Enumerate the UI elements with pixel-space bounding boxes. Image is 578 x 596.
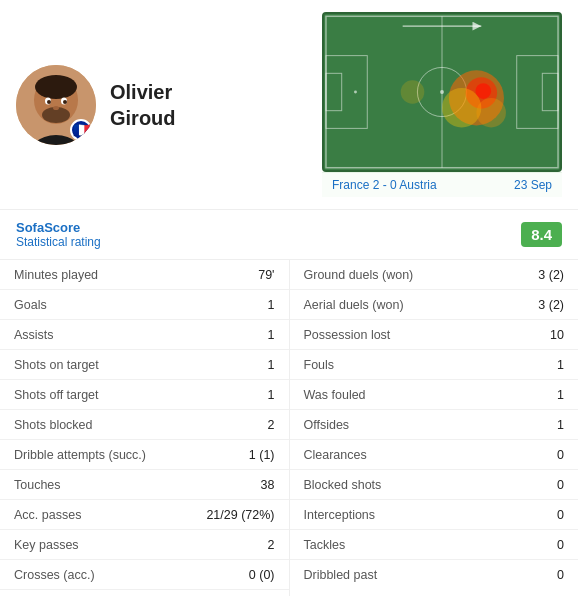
right-stat-row: Offsides 1 (290, 410, 579, 440)
left-stat-row: Shots blocked 2 (0, 410, 289, 440)
stat-value: 3 (2) (538, 268, 564, 282)
flag-badge: 🇫🇷 (70, 119, 92, 141)
stat-label: Key passes (14, 538, 79, 552)
left-stat-row: Crosses (acc.) 0 (0) (0, 560, 289, 590)
stat-label: Blocked shots (304, 478, 382, 492)
avatar: 🇫🇷 (16, 65, 96, 145)
right-stat-row: Fouls 1 (290, 350, 579, 380)
stat-label: Touches (14, 478, 61, 492)
right-stat-row: Clearances 0 (290, 440, 579, 470)
svg-point-25 (401, 80, 425, 104)
match-info: France 2 - 0 Austria 23 Sep (322, 172, 562, 197)
stat-label: Crosses (acc.) (14, 568, 95, 582)
stat-label: Fouls (304, 358, 335, 372)
stat-value: 0 (0) (249, 568, 275, 582)
left-stat-row: Long balls (acc.) 0 (0) (0, 590, 289, 596)
heatmap (322, 12, 562, 172)
stat-label: Acc. passes (14, 508, 81, 522)
stat-value: 79' (258, 268, 274, 282)
stat-value: 1 (268, 388, 275, 402)
svg-rect-14 (326, 56, 367, 129)
stat-label: Dribble attempts (succ.) (14, 448, 146, 462)
stat-value: 1 (268, 298, 275, 312)
stat-value: 1 (557, 418, 564, 432)
left-stat-row: Assists 1 (0, 320, 289, 350)
left-stat-row: Shots on target 1 (0, 350, 289, 380)
left-stat-row: Dribble attempts (succ.) 1 (1) (0, 440, 289, 470)
right-stat-row: Blocked shots 0 (290, 470, 579, 500)
field-lines-svg (324, 14, 560, 170)
left-stat-row: Touches 38 (0, 470, 289, 500)
stat-value: 0 (557, 478, 564, 492)
stat-value: 2 (268, 538, 275, 552)
stat-label: Possession lost (304, 328, 391, 342)
stat-label: Ground duels (won) (304, 268, 414, 282)
left-stat-row: Minutes played 79' (0, 260, 289, 290)
stat-label: Tackles (304, 538, 346, 552)
stats-container: Minutes played 79' Goals 1 Assists 1 Sho… (0, 260, 578, 596)
svg-point-3 (35, 75, 77, 99)
svg-rect-18 (542, 73, 558, 110)
svg-rect-17 (517, 56, 558, 129)
stat-label: Was fouled (304, 388, 366, 402)
match-result: France 2 - 0 Austria (332, 178, 437, 192)
rating-label: SofaScore Statistical rating (16, 220, 101, 249)
right-stat-row: Ground duels (won) 3 (2) (290, 260, 579, 290)
svg-point-8 (63, 100, 67, 104)
left-stat-row: Goals 1 (0, 290, 289, 320)
right-stat-row: Aerial duels (won) 3 (2) (290, 290, 579, 320)
right-stat-row: Possession lost 10 (290, 320, 579, 350)
stat-label: Offsides (304, 418, 350, 432)
match-date: 23 Sep (514, 178, 552, 192)
svg-point-23 (442, 88, 481, 127)
stat-label: Dribbled past (304, 568, 378, 582)
stat-value: 10 (550, 328, 564, 342)
stat-value: 38 (261, 478, 275, 492)
svg-point-16 (354, 91, 357, 94)
rating-badge: 8.4 (521, 222, 562, 247)
stat-value: 1 (557, 358, 564, 372)
right-stat-row: Interceptions 0 (290, 500, 579, 530)
stat-label: Clearances (304, 448, 367, 462)
stat-value: 1 (1) (249, 448, 275, 462)
stat-value: 21/29 (72%) (206, 508, 274, 522)
svg-point-24 (476, 98, 506, 128)
stat-value: 1 (268, 328, 275, 342)
left-stat-row: Key passes 2 (0, 530, 289, 560)
stat-value: 0 (557, 448, 564, 462)
rating-section: SofaScore Statistical rating 8.4 (0, 210, 578, 260)
stat-label: Interceptions (304, 508, 376, 522)
stat-value: 1 (268, 358, 275, 372)
left-stats-col: Minutes played 79' Goals 1 Assists 1 Sho… (0, 260, 290, 596)
stat-value: 2 (268, 418, 275, 432)
right-stat-row: Dribbled past 0 (290, 560, 579, 590)
stat-label: Shots blocked (14, 418, 93, 432)
stat-label: Goals (14, 298, 47, 312)
stat-value: 3 (2) (538, 298, 564, 312)
stat-label: Aerial duels (won) (304, 298, 404, 312)
stat-value: 0 (557, 538, 564, 552)
stat-value: 0 (557, 508, 564, 522)
svg-point-7 (47, 100, 51, 104)
svg-point-13 (440, 90, 444, 94)
right-stats-col: Ground duels (won) 3 (2) Aerial duels (w… (290, 260, 579, 596)
right-stat-row: Was fouled 1 (290, 380, 579, 410)
left-stat-row: Shots off target 1 (0, 380, 289, 410)
player-name: Olivier Giroud (110, 79, 176, 131)
stat-label: Shots on target (14, 358, 99, 372)
stat-label: Assists (14, 328, 54, 342)
stat-value: 1 (557, 388, 564, 402)
player-header: 🇫🇷 Olivier Giroud (0, 0, 578, 210)
stat-label: Shots off target (14, 388, 99, 402)
left-stat-row: Acc. passes 21/29 (72%) (0, 500, 289, 530)
right-stat-row: Tackles 0 (290, 530, 579, 560)
stat-value: 0 (557, 568, 564, 582)
stat-label: Minutes played (14, 268, 98, 282)
svg-rect-15 (326, 73, 342, 110)
svg-point-9 (53, 106, 59, 110)
